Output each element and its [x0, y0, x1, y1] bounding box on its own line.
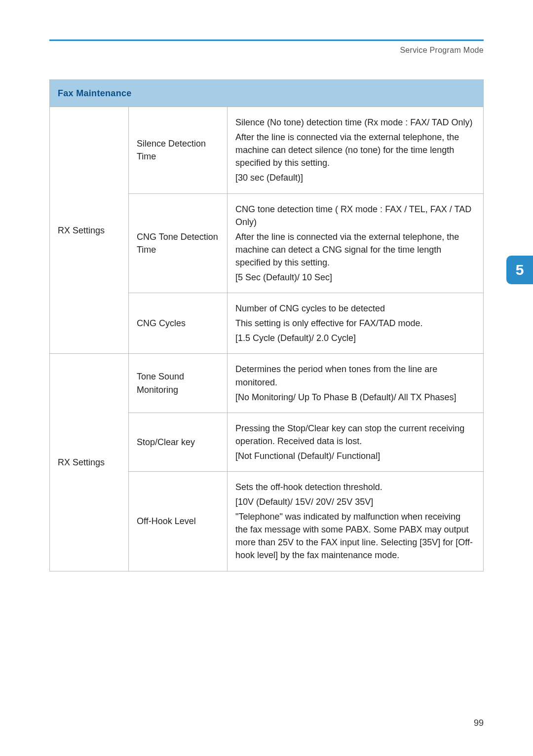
desc-line: "Telephone" was indicated by malfunction… — [235, 510, 475, 562]
table-row: RX Settings Tone Sound Monitoring Determ… — [50, 354, 484, 413]
chapter-tab: 5 — [506, 256, 533, 284]
desc-line: After the line is connected via the exte… — [235, 230, 475, 269]
desc-line: Silence (No tone) detection time (Rx mod… — [235, 116, 475, 129]
setting-name: Off-Hook Level — [129, 471, 228, 571]
setting-description: Number of CNG cycles to be detected This… — [228, 293, 484, 354]
section-header: Fax Maintenance — [50, 80, 484, 107]
table-section-row: Fax Maintenance — [50, 80, 484, 107]
desc-line: [1.5 Cycle (Default)/ 2.0 Cycle] — [235, 332, 475, 344]
page: Service Program Mode Fax Maintenance RX … — [0, 0, 533, 756]
desc-line: [5 Sec (Default)/ 10 Sec] — [235, 271, 475, 284]
desc-line: [30 sec (Default)] — [235, 171, 475, 184]
desc-line: Sets the off-hook detection threshold. — [235, 481, 475, 493]
desc-line: [Not Functional (Default)/ Functional] — [235, 450, 475, 462]
setting-description: Silence (No tone) detection time (Rx mod… — [228, 107, 484, 193]
desc-line: Number of CNG cycles to be detected — [235, 302, 475, 315]
setting-name: Stop/Clear key — [129, 413, 228, 471]
group-label: RX Settings — [50, 354, 129, 571]
setting-description: CNG tone detection time ( RX mode : FAX … — [228, 193, 484, 293]
desc-line: Pressing the Stop/Clear key can stop the… — [235, 422, 475, 448]
desc-line: After the line is connected via the exte… — [235, 131, 475, 169]
setting-name: Silence Detection Time — [129, 107, 228, 193]
setting-description: Pressing the Stop/Clear key can stop the… — [228, 413, 484, 471]
setting-name: CNG Cycles — [129, 293, 228, 354]
setting-description: Determines the period when tones from th… — [228, 354, 484, 413]
setting-description: Sets the off-hook detection threshold. [… — [228, 471, 484, 571]
setting-name: CNG Tone Detection Time — [129, 193, 228, 293]
desc-line: [No Monitoring/ Up To Phase B (Default)/… — [235, 391, 475, 404]
group-label: RX Settings — [50, 107, 129, 354]
header-rule — [49, 39, 484, 41]
setting-name: Tone Sound Monitoring — [129, 354, 228, 413]
desc-line: Determines the period when tones from th… — [235, 363, 475, 388]
breadcrumb: Service Program Mode — [49, 46, 484, 55]
desc-line: [10V (Default)/ 15V/ 20V/ 25V 35V] — [235, 495, 475, 508]
page-number: 99 — [474, 718, 484, 728]
fax-maintenance-table: Fax Maintenance RX Settings Silence Dete… — [49, 79, 484, 571]
table-row: RX Settings Silence Detection Time Silen… — [50, 107, 484, 193]
chapter-number: 5 — [516, 262, 524, 278]
desc-line: CNG tone detection time ( RX mode : FAX … — [235, 203, 475, 228]
desc-line: This setting is only effective for FAX/T… — [235, 317, 475, 330]
